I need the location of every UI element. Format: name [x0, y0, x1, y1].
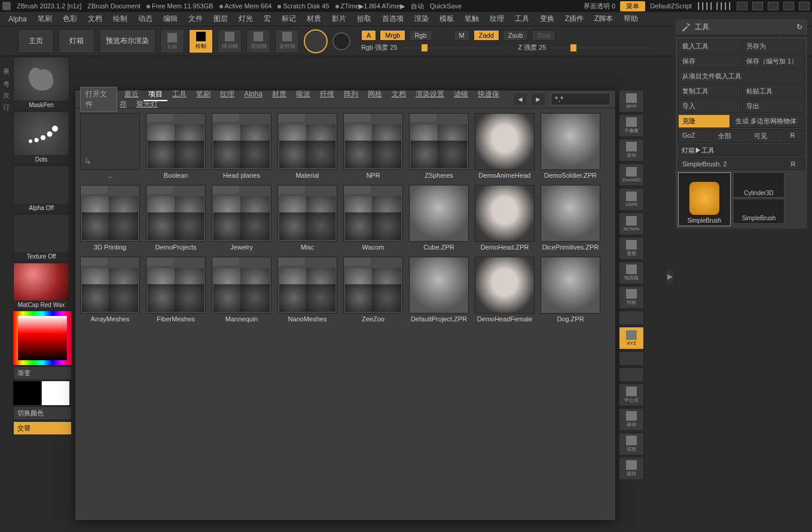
minimize-icon[interactable] — [768, 2, 779, 10]
texture-swatch[interactable]: Texture Off — [13, 214, 69, 262]
tab-笔刷[interactable]: 笔刷 — [191, 88, 215, 100]
menu-变换[interactable]: 变换 — [535, 13, 559, 25]
right-tool-btn9[interactable] — [619, 311, 644, 325]
ui-transparency[interactable]: 界面透明 0 — [584, 2, 615, 11]
menu-影片[interactable]: 影片 — [327, 13, 351, 25]
right-tool-地面格[interactable]: 地面格 — [619, 262, 644, 284]
rotate-button[interactable]: 旋转轴 — [275, 29, 299, 53]
switch-color-button[interactable]: 切换颜色 — [13, 406, 72, 420]
browser-item[interactable]: DefaultProject.ZPR — [409, 257, 469, 323]
browser-item[interactable]: Misc — [277, 185, 337, 251]
tab-工具[interactable]: 工具 — [167, 88, 191, 100]
right-tool-btn12[interactable] — [619, 367, 644, 382]
browser-item[interactable]: NPR — [343, 113, 403, 179]
menu-宏[interactable]: 宏 — [259, 13, 276, 25]
tab-阵列[interactable]: 阵列 — [339, 88, 363, 100]
genpoly-button[interactable]: 生成 多边形网格物体 — [731, 114, 805, 128]
draw-button[interactable]: 绘制 — [189, 29, 213, 53]
load-tool-button[interactable]: 载入工具 — [678, 39, 741, 53]
menu-编辑[interactable]: 编辑 — [158, 13, 182, 25]
edit-button[interactable]: Edit — [160, 29, 184, 53]
gradient-button[interactable]: 渐变 — [13, 366, 72, 380]
tab-渲染设置[interactable]: 渲染设置 — [411, 88, 449, 100]
expand-chevron-icon[interactable]: ▶ — [666, 269, 673, 284]
browser-item[interactable]: ↳.. — [80, 113, 140, 179]
tab-材质[interactable]: 材质 — [267, 88, 291, 100]
menu-绘制[interactable]: 绘制 — [108, 13, 132, 25]
menu-材质[interactable]: 材质 — [302, 13, 326, 25]
primary-color[interactable] — [13, 381, 41, 405]
browser-item[interactable]: Material — [277, 113, 337, 179]
material-preview-icon[interactable] — [332, 32, 350, 50]
browser-item[interactable]: DemoAnimeHead — [475, 113, 535, 179]
window-icon[interactable] — [737, 2, 747, 10]
browser-item[interactable]: Boolean — [146, 113, 206, 179]
right-tool-中心点[interactable]: 中心点 — [619, 384, 644, 406]
save-button[interactable]: 保存 — [678, 54, 741, 68]
rgb-toggle[interactable]: Rgb — [409, 30, 432, 41]
bars-icon[interactable]: ┃┃┃┃ ┃┃┃┃ — [697, 2, 732, 10]
brush-preview-icon[interactable] — [304, 29, 328, 53]
tab-纤维[interactable]: 纤维 — [315, 88, 339, 100]
browser-item[interactable]: Dog.ZPR — [541, 257, 600, 323]
menu-笔刷[interactable]: 笔刷 — [33, 13, 57, 25]
zadd-toggle[interactable]: Zadd — [474, 30, 499, 41]
browser-item[interactable]: Cube.ZPR — [409, 185, 469, 251]
z-intensity-slider[interactable] — [550, 47, 652, 49]
close-icon[interactable] — [799, 2, 810, 10]
lightbox-button[interactable]: 灯箱 — [59, 29, 94, 53]
tab-网格[interactable]: 网格 — [363, 88, 387, 100]
browser-item[interactable]: DicePrimitives.ZPR — [541, 185, 600, 251]
move-button[interactable]: 移动轴 — [218, 29, 242, 53]
color-swatches[interactable] — [13, 381, 72, 405]
menu-渲染[interactable]: 渲染 — [410, 13, 434, 25]
right-tool-旋转[interactable]: 旋转 — [619, 457, 644, 480]
right-tool-透视[interactable]: 透视 — [619, 237, 644, 260]
brush-swatch[interactable]: MaskPen — [13, 57, 69, 110]
refresh-icon[interactable]: ↻ — [796, 23, 802, 31]
browser-item[interactable]: DemoHead.ZPR — [475, 185, 535, 251]
goz-all-button[interactable]: 全部 — [714, 129, 749, 143]
saveas-button[interactable]: 另存为 — [742, 39, 805, 53]
menu-色彩[interactable]: 色彩 — [58, 13, 82, 25]
tab-文档[interactable]: 文档 — [387, 88, 411, 100]
import-button[interactable]: 导入 — [678, 99, 741, 113]
tool-thumb-simplebrush2[interactable]: SimpleBrush — [733, 199, 784, 224]
menu-纹理[interactable]: 纹理 — [485, 13, 509, 25]
menu-Alpha[interactable]: Alpha — [4, 14, 32, 25]
tab-Alpha[interactable]: Alpha — [239, 88, 267, 100]
right-tool-滚动[interactable]: 滚动 — [619, 139, 644, 162]
menu-文件[interactable]: 文件 — [184, 13, 207, 25]
browser-item[interactable]: Jewelry — [212, 185, 271, 251]
browser-item[interactable]: DemoHeadFemale — [475, 257, 535, 323]
menu-帮助[interactable]: 帮助 — [619, 13, 643, 25]
menu-动态[interactable]: 动态 — [133, 13, 157, 25]
menu-Z脚本[interactable]: Z脚本 — [590, 13, 618, 25]
browser-item[interactable]: ZeeZoo — [343, 257, 403, 323]
right-tool-移动[interactable]: 移动 — [619, 408, 644, 431]
maximize-icon[interactable] — [783, 2, 794, 10]
alpha-swatch[interactable]: Alpha Off — [13, 166, 69, 213]
bpr-button[interactable]: 预览布尔渲染 — [99, 29, 155, 53]
right-tool-BPR[interactable]: BPR — [619, 90, 644, 113]
menu-Z插件[interactable]: Z插件 — [560, 13, 588, 25]
scale-button[interactable]: 缩放轴 — [246, 29, 270, 53]
prev-button[interactable]: ◄ — [514, 93, 527, 105]
browser-item[interactable]: Mannequin — [212, 257, 271, 323]
color-picker[interactable] — [13, 311, 72, 365]
next-button[interactable]: ► — [532, 93, 545, 105]
savecopy-button[interactable]: 保存（编号加 1） — [742, 54, 805, 68]
zsub-toggle[interactable]: Zsub — [503, 30, 528, 41]
browser-item[interactable]: DemoSoldier.ZPR — [541, 113, 600, 179]
r2-button[interactable]: R — [786, 158, 805, 170]
menu-文档[interactable]: 文档 — [83, 13, 107, 25]
browser-item[interactable]: NanoMeshes — [277, 257, 337, 323]
zcut-toggle[interactable]: Zcut — [532, 30, 555, 41]
browser-item[interactable]: ZSpheres — [409, 113, 469, 179]
export-button[interactable]: 导出 — [742, 99, 805, 113]
a-toggle[interactable]: A — [361, 30, 376, 41]
loadproject-button[interactable]: 从项目文件载入工具 — [678, 69, 805, 83]
browser-item[interactable]: ArrayMeshes — [80, 257, 140, 323]
copy-tool-button[interactable]: 复制工具 — [678, 84, 741, 98]
tab-噪波[interactable]: 噪波 — [291, 88, 315, 100]
